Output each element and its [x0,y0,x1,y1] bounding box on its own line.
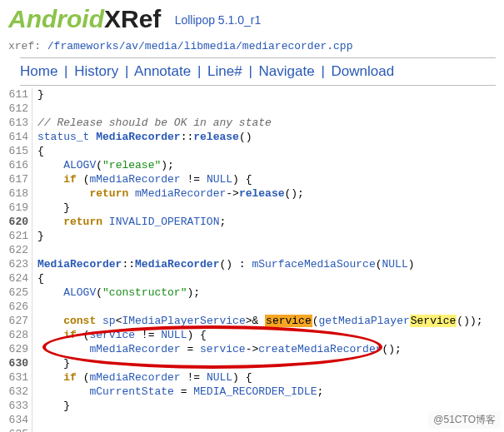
line-number-gutter[interactable]: 6116126136146156166176186196206216226236… [0,87,32,432]
line-number[interactable]: 621 [0,229,28,243]
nav-annotate[interactable]: Annotate [134,63,191,79]
line-number[interactable]: 627 [0,314,28,328]
nav-home[interactable]: Home [20,63,57,79]
xref-path-line: xref: /frameworks/av/media/libmedia/medi… [0,35,504,56]
xref-path[interactable]: /frameworks/av/media/libmedia/mediarecor… [47,40,353,52]
nav-sep: | [318,63,327,79]
line-number[interactable]: 614 [0,130,28,144]
line-number[interactable]: 631 [0,370,28,385]
line-number[interactable]: 628 [0,328,28,342]
line-number[interactable]: 612 [0,102,28,116]
line-number[interactable]: 619 [0,201,28,215]
line-number[interactable]: 626 [0,300,28,314]
line-number[interactable]: 620 [0,215,28,229]
nav-linenum[interactable]: Line# [207,63,242,79]
logo-android: Android [8,5,104,32]
nav-sep: | [62,63,70,79]
xref-label: xref: [8,40,47,52]
nav-download[interactable]: Download [332,63,395,79]
nav-sep: | [195,63,203,79]
logo: AndroidXRef [8,5,168,32]
line-number[interactable]: 630 [0,356,28,370]
highlight-service2: Service [410,315,457,327]
highlight-service: service [265,315,312,327]
line-number[interactable]: 623 [0,257,28,271]
line-number[interactable]: 611 [0,87,28,102]
code-area: 6116126136146156166176186196206216226236… [0,86,504,432]
nav-navigate[interactable]: Navigate [259,63,315,79]
line-number[interactable]: 622 [0,243,28,257]
version-label: Lollipop 5.1.0_r1 [175,13,262,27]
nav-sep: | [246,63,254,79]
line-number[interactable]: 635 [0,427,28,432]
line-number[interactable]: 632 [0,385,28,399]
logo-xref: XRef [104,5,161,32]
line-number[interactable]: 613 [0,116,28,130]
line-number[interactable]: 625 [0,286,28,300]
watermark: @51CTO博客 [428,411,501,429]
source-code[interactable]: } // Release should be OK in any state s… [32,87,504,432]
line-number[interactable]: 618 [0,186,28,201]
nav-history[interactable]: History [74,63,118,79]
nav-bar: Home | History | Annotate | Line# | Navi… [20,57,496,86]
line-number[interactable]: 624 [0,271,28,286]
line-number[interactable]: 633 [0,399,28,413]
line-number[interactable]: 617 [0,172,28,186]
nav-sep: | [122,63,131,79]
line-number[interactable]: 616 [0,158,28,172]
line-number[interactable]: 629 [0,342,28,356]
line-number[interactable]: 634 [0,413,28,427]
comment: // Release should be OK in any state [37,117,272,129]
header: AndroidXRef Lollipop 5.1.0_r1 [0,0,504,35]
line-number[interactable]: 615 [0,144,28,158]
